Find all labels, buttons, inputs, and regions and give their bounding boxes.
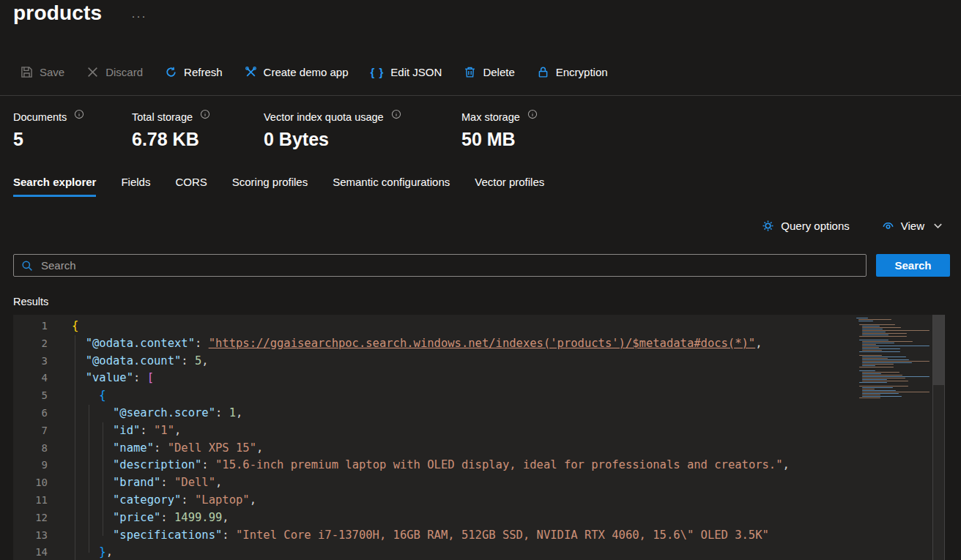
line-number: 13 (13, 527, 48, 545)
refresh-icon (165, 66, 177, 78)
title-row: products ··· (13, 1, 146, 25)
save-icon (21, 66, 33, 78)
code-token: 1 (229, 406, 236, 419)
line-number: 4 (13, 370, 48, 387)
code-token (72, 476, 113, 489)
info-icon[interactable] (200, 109, 210, 119)
code-token: "@odata.context" (86, 337, 195, 350)
tab-scoring-profiles[interactable]: Scoring profiles (232, 176, 308, 197)
code-token: "Dell XPS 15" (168, 441, 256, 455)
chevron-down-icon (932, 220, 943, 231)
encryption-button[interactable]: Encryption (537, 66, 608, 78)
stat-label: Vector index quota usage (264, 111, 384, 123)
code-line: 12 "price": 1499.99, (13, 509, 945, 527)
code-token: , (236, 406, 242, 419)
tab-cors[interactable]: CORS (175, 176, 207, 197)
code-token: "price" (113, 511, 160, 524)
code-lines: 1{2 "@odata.context": "https://ggaisearc… (13, 315, 945, 560)
code-token: , (256, 441, 263, 455)
encryption-label: Encryption (556, 66, 608, 78)
editor-scrollbar[interactable] (932, 315, 945, 560)
code-token (72, 458, 113, 471)
code-token: "description" (113, 458, 201, 471)
refresh-button[interactable]: Refresh (165, 66, 223, 78)
code-token (72, 354, 86, 367)
tab-fields[interactable]: Fields (121, 176, 150, 197)
code-line: 10 "brand": "Dell", (13, 474, 945, 492)
line-number: 7 (13, 422, 48, 440)
more-menu-icon[interactable]: ··· (131, 5, 146, 22)
lock-icon (537, 66, 549, 78)
tab-semantic-configurations[interactable]: Semantic configurations (333, 176, 450, 197)
code-token: : (181, 354, 195, 367)
refresh-label: Refresh (184, 66, 223, 78)
stat-max-storage: Max storage 50 MB (461, 111, 538, 150)
view-dropdown[interactable]: View (882, 220, 943, 232)
code-token: "@search.score" (113, 406, 215, 419)
stat-value: 5 (13, 129, 132, 150)
code-token (72, 389, 99, 402)
code-token: "value" (86, 371, 133, 384)
stat-label: Total storage (132, 111, 193, 123)
code-line: 9 "description": "15.6-inch premium lapt… (13, 457, 945, 474)
info-icon[interactable] (74, 109, 84, 119)
code-line: 1{ (13, 318, 945, 335)
line-number: 11 (13, 492, 48, 509)
code-line: 7 "id": "1", (13, 422, 945, 440)
code-token: : (195, 337, 209, 350)
code-token: : (215, 406, 229, 419)
code-token: [ (147, 371, 154, 384)
tab-vector-profiles[interactable]: Vector profiles (475, 176, 544, 197)
code-token (72, 406, 113, 419)
index-blade: products ··· Save Discard Refresh C (0, 0, 961, 560)
results-label: Results (13, 296, 48, 307)
edit-json-button[interactable]: { } Edit JSON (371, 66, 442, 78)
line-number: 1 (13, 318, 48, 335)
stat-value: 50 MB (461, 129, 538, 150)
toolbar-divider (0, 95, 961, 96)
info-icon[interactable] (527, 109, 538, 119)
search-input[interactable] (40, 258, 858, 272)
create-demo-app-button[interactable]: Create demo app (245, 66, 349, 78)
tab-search-explorer[interactable]: Search explorer (13, 176, 96, 197)
save-label: Save (40, 66, 64, 78)
query-options-label: Query options (781, 220, 849, 232)
command-bar: Save Discard Refresh Create demo app { }… (21, 66, 608, 78)
edit-json-label: Edit JSON (390, 66, 442, 78)
tab-bar: Search explorer Fields CORS Scoring prof… (13, 176, 544, 197)
search-button[interactable]: Search (876, 254, 950, 277)
line-number: 6 (13, 405, 48, 422)
delete-button[interactable]: Delete (464, 66, 514, 78)
stat-label: Max storage (461, 111, 520, 123)
code-token: "@odata.count" (86, 354, 182, 367)
line-number: 9 (13, 457, 48, 474)
query-options-button[interactable]: Query options (762, 220, 849, 232)
minimap[interactable] (855, 318, 932, 401)
code-token: : (201, 458, 215, 471)
results-editor[interactable]: 1{2 "@odata.context": "https://ggaisearc… (13, 315, 945, 560)
odata-context-link[interactable]: "https://ggaisearchpoc.search.windows.ne… (209, 337, 756, 350)
line-number: 3 (13, 353, 48, 370)
code-token: "1" (154, 424, 174, 437)
code-line: 13 "specifications": "Intel Core i7-1370… (13, 527, 945, 545)
create-demo-app-label: Create demo app (264, 66, 349, 78)
line-number: 2 (13, 335, 48, 353)
code-token: "Intel Core i7-13700H, 16GB RAM, 512GB S… (236, 529, 769, 542)
code-token: "Laptop" (195, 493, 250, 507)
code-token: { (99, 389, 105, 402)
code-token (72, 511, 113, 524)
code-token: "Dell" (174, 476, 215, 489)
stats-row: Documents 5 Total storage 6.78 KB Vector… (13, 111, 538, 150)
info-icon[interactable] (391, 109, 401, 119)
stat-documents: Documents 5 (13, 111, 132, 150)
scrollbar-slider[interactable] (933, 315, 944, 385)
query-options-row: Query options View (762, 220, 943, 232)
code-token (72, 424, 113, 437)
code-token: "category" (113, 493, 181, 507)
demo-app-tools-icon (245, 66, 257, 78)
stat-total-storage: Total storage 6.78 KB (132, 111, 264, 150)
save-button[interactable]: Save (21, 66, 64, 78)
discard-button[interactable]: Discard (86, 66, 143, 78)
view-label: View (901, 220, 924, 232)
code-token: , (201, 354, 208, 367)
